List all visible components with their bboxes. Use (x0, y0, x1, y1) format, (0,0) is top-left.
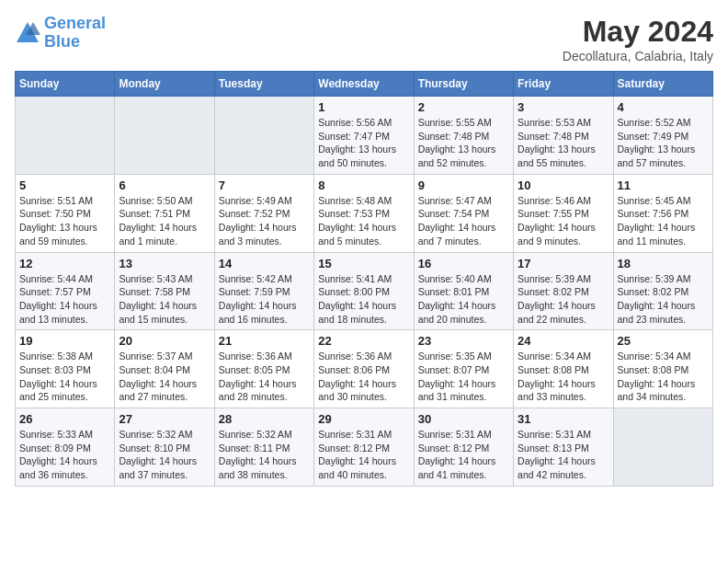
day-detail: Sunrise: 5:38 AM Sunset: 8:03 PM Dayligh… (19, 350, 110, 404)
day-detail: Sunrise: 5:46 AM Sunset: 7:55 PM Dayligh… (518, 194, 609, 248)
calendar-cell: 8Sunrise: 5:48 AM Sunset: 7:53 PM Daylig… (314, 174, 414, 252)
calendar-cell: 19Sunrise: 5:38 AM Sunset: 8:03 PM Dayli… (16, 330, 115, 408)
calendar-cell: 22Sunrise: 5:36 AM Sunset: 8:06 PM Dayli… (314, 330, 414, 408)
week-row-5: 26Sunrise: 5:33 AM Sunset: 8:09 PM Dayli… (16, 408, 713, 487)
day-number: 1 (318, 100, 409, 114)
day-number: 24 (518, 334, 609, 348)
calendar-cell: 25Sunrise: 5:34 AM Sunset: 8:08 PM Dayli… (613, 330, 712, 408)
day-detail: Sunrise: 5:32 AM Sunset: 8:11 PM Dayligh… (219, 428, 310, 482)
day-detail: Sunrise: 5:50 AM Sunset: 7:51 PM Dayligh… (119, 194, 210, 248)
calendar-cell: 1Sunrise: 5:56 AM Sunset: 7:47 PM Daylig… (314, 97, 414, 175)
week-row-2: 5Sunrise: 5:51 AM Sunset: 7:50 PM Daylig… (16, 174, 713, 252)
day-number: 16 (418, 257, 509, 270)
calendar-cell: 7Sunrise: 5:49 AM Sunset: 7:52 PM Daylig… (214, 174, 313, 252)
calendar-cell: 11Sunrise: 5:45 AM Sunset: 7:56 PM Dayli… (613, 174, 712, 252)
day-detail: Sunrise: 5:34 AM Sunset: 8:08 PM Dayligh… (518, 350, 609, 404)
day-number: 15 (318, 257, 409, 270)
calendar-cell: 4Sunrise: 5:52 AM Sunset: 7:49 PM Daylig… (613, 97, 712, 175)
col-header-thursday: Thursday (414, 72, 513, 97)
day-detail: Sunrise: 5:43 AM Sunset: 7:58 PM Dayligh… (119, 272, 210, 327)
calendar-cell: 15Sunrise: 5:41 AM Sunset: 8:00 PM Dayli… (314, 252, 414, 330)
day-number: 19 (19, 334, 110, 348)
calendar-cell: 9Sunrise: 5:47 AM Sunset: 7:54 PM Daylig… (414, 174, 513, 252)
page-header: General Blue May 2024 Decollatura, Calab… (15, 15, 713, 63)
day-detail: Sunrise: 5:42 AM Sunset: 7:59 PM Dayligh… (219, 272, 310, 327)
day-number: 26 (19, 412, 110, 426)
calendar-cell: 2Sunrise: 5:55 AM Sunset: 7:48 PM Daylig… (414, 97, 513, 175)
calendar-cell: 6Sunrise: 5:50 AM Sunset: 7:51 PM Daylig… (115, 174, 214, 252)
week-row-4: 19Sunrise: 5:38 AM Sunset: 8:03 PM Dayli… (16, 330, 713, 408)
col-header-wednesday: Wednesday (314, 72, 414, 97)
day-number: 13 (119, 257, 210, 270)
day-number: 27 (119, 412, 210, 426)
location: Decollatura, Calabria, Italy (563, 49, 713, 63)
logo-line2: Blue (44, 32, 80, 51)
day-detail: Sunrise: 5:32 AM Sunset: 8:10 PM Dayligh… (119, 428, 210, 482)
day-detail: Sunrise: 5:49 AM Sunset: 7:52 PM Dayligh… (219, 194, 310, 248)
day-detail: Sunrise: 5:39 AM Sunset: 8:02 PM Dayligh… (618, 272, 709, 327)
logo-line1: General (44, 14, 106, 32)
header-row: SundayMondayTuesdayWednesdayThursdayFrid… (16, 72, 713, 97)
day-detail: Sunrise: 5:36 AM Sunset: 8:05 PM Dayligh… (219, 350, 310, 404)
day-number: 31 (518, 412, 609, 426)
day-detail: Sunrise: 5:31 AM Sunset: 8:12 PM Dayligh… (318, 428, 409, 482)
calendar-cell: 16Sunrise: 5:40 AM Sunset: 8:01 PM Dayli… (414, 252, 513, 330)
day-number: 2 (418, 100, 509, 114)
calendar-cell: 5Sunrise: 5:51 AM Sunset: 7:50 PM Daylig… (16, 174, 115, 252)
calendar-cell: 20Sunrise: 5:37 AM Sunset: 8:04 PM Dayli… (115, 330, 214, 408)
day-detail: Sunrise: 5:44 AM Sunset: 7:57 PM Dayligh… (19, 272, 110, 327)
logo: General Blue (15, 15, 106, 52)
calendar-cell (16, 97, 115, 175)
calendar-cell: 18Sunrise: 5:39 AM Sunset: 8:02 PM Dayli… (613, 252, 712, 330)
day-number: 4 (618, 100, 709, 114)
day-detail: Sunrise: 5:36 AM Sunset: 8:06 PM Dayligh… (318, 350, 409, 404)
calendar-cell (115, 97, 214, 175)
calendar-cell: 23Sunrise: 5:35 AM Sunset: 8:07 PM Dayli… (414, 330, 513, 408)
day-detail: Sunrise: 5:37 AM Sunset: 8:04 PM Dayligh… (119, 350, 210, 404)
calendar-cell (214, 97, 313, 175)
col-header-saturday: Saturday (613, 72, 712, 97)
week-row-1: 1Sunrise: 5:56 AM Sunset: 7:47 PM Daylig… (16, 97, 713, 175)
day-detail: Sunrise: 5:40 AM Sunset: 8:01 PM Dayligh… (418, 272, 509, 327)
calendar-cell: 12Sunrise: 5:44 AM Sunset: 7:57 PM Dayli… (16, 252, 115, 330)
day-detail: Sunrise: 5:35 AM Sunset: 8:07 PM Dayligh… (418, 350, 509, 404)
day-number: 5 (19, 178, 110, 192)
title-area: May 2024 Decollatura, Calabria, Italy (563, 15, 713, 63)
calendar-cell: 28Sunrise: 5:32 AM Sunset: 8:11 PM Dayli… (214, 408, 313, 487)
col-header-friday: Friday (514, 72, 613, 97)
calendar-cell: 27Sunrise: 5:32 AM Sunset: 8:10 PM Dayli… (115, 408, 214, 487)
day-detail: Sunrise: 5:56 AM Sunset: 7:47 PM Dayligh… (318, 116, 409, 170)
calendar-cell: 31Sunrise: 5:31 AM Sunset: 8:13 PM Dayli… (514, 408, 613, 487)
day-detail: Sunrise: 5:41 AM Sunset: 8:00 PM Dayligh… (318, 272, 409, 327)
day-number: 20 (119, 334, 210, 348)
day-detail: Sunrise: 5:52 AM Sunset: 7:49 PM Dayligh… (618, 116, 709, 170)
day-detail: Sunrise: 5:45 AM Sunset: 7:56 PM Dayligh… (618, 194, 709, 248)
col-header-monday: Monday (115, 72, 214, 97)
day-detail: Sunrise: 5:53 AM Sunset: 7:48 PM Dayligh… (518, 116, 609, 170)
calendar-cell: 10Sunrise: 5:46 AM Sunset: 7:55 PM Dayli… (514, 174, 613, 252)
day-number: 30 (418, 412, 509, 426)
day-detail: Sunrise: 5:55 AM Sunset: 7:48 PM Dayligh… (418, 116, 509, 170)
col-header-sunday: Sunday (16, 72, 115, 97)
day-detail: Sunrise: 5:31 AM Sunset: 8:12 PM Dayligh… (418, 428, 509, 482)
month-title: May 2024 (563, 15, 713, 49)
week-row-3: 12Sunrise: 5:44 AM Sunset: 7:57 PM Dayli… (16, 252, 713, 330)
calendar-table: SundayMondayTuesdayWednesdayThursdayFrid… (15, 71, 713, 487)
day-detail: Sunrise: 5:39 AM Sunset: 8:02 PM Dayligh… (518, 272, 609, 327)
day-number: 11 (618, 178, 709, 192)
calendar-cell: 26Sunrise: 5:33 AM Sunset: 8:09 PM Dayli… (16, 408, 115, 487)
day-number: 18 (618, 257, 709, 270)
logo-text: General Blue (44, 15, 106, 52)
day-number: 3 (518, 100, 609, 114)
day-detail: Sunrise: 5:31 AM Sunset: 8:13 PM Dayligh… (518, 428, 609, 482)
day-detail: Sunrise: 5:33 AM Sunset: 8:09 PM Dayligh… (19, 428, 110, 482)
day-detail: Sunrise: 5:34 AM Sunset: 8:08 PM Dayligh… (618, 350, 709, 404)
day-number: 14 (219, 257, 310, 270)
day-number: 6 (119, 178, 210, 192)
day-number: 25 (618, 334, 709, 348)
col-header-tuesday: Tuesday (214, 72, 313, 97)
calendar-cell: 13Sunrise: 5:43 AM Sunset: 7:58 PM Dayli… (115, 252, 214, 330)
day-number: 12 (19, 257, 110, 270)
day-number: 17 (518, 257, 609, 270)
day-detail: Sunrise: 5:51 AM Sunset: 7:50 PM Dayligh… (19, 194, 110, 248)
